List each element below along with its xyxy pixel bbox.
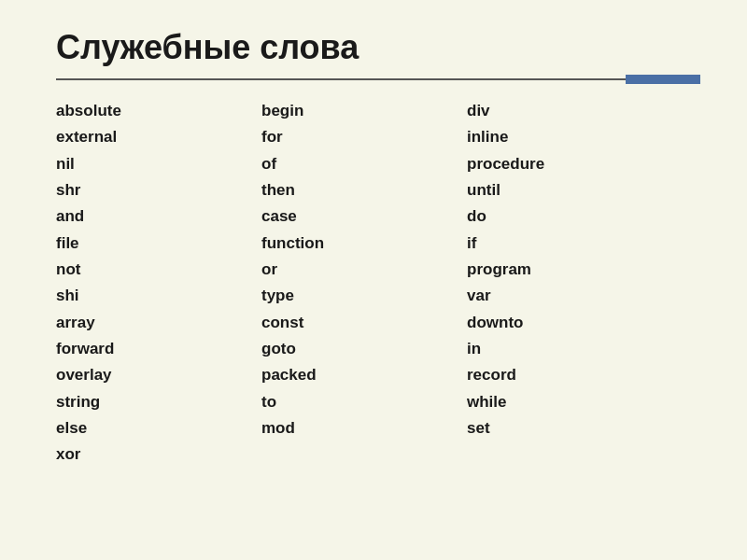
keyword-item: in [467, 337, 672, 361]
keyword-item: of [261, 152, 467, 176]
keyword-item: procedure [467, 152, 672, 176]
keyword-item: and [56, 204, 261, 229]
keywords-column-3: divinlineprocedureuntildoifprogramvardow… [467, 99, 672, 468]
keyword-item: var [467, 284, 672, 308]
keywords-column-2: beginforofthencasefunctionortypeconstgot… [261, 99, 467, 468]
keyword-item: external [56, 125, 261, 149]
keyword-item: not [56, 258, 261, 282]
page: Служебные слова absoluteexternalnilshran… [0, 0, 747, 560]
keyword-item: packed [261, 363, 467, 387]
keyword-item: mod [261, 416, 467, 441]
keyword-item: shi [56, 284, 261, 308]
keyword-item: then [261, 178, 467, 203]
keyword-item: record [467, 363, 672, 387]
keyword-item: div [467, 99, 672, 123]
keyword-item: begin [261, 99, 467, 123]
keyword-item: array [56, 311, 261, 335]
keywords-column-1: absoluteexternalnilshrandfilenotshiarray… [56, 99, 261, 468]
keyword-item: or [261, 258, 467, 282]
keywords-grid: absoluteexternalnilshrandfilenotshiarray… [56, 99, 700, 468]
keyword-item: xor [56, 442, 261, 467]
keyword-item: type [261, 284, 467, 308]
keyword-item: string [56, 390, 261, 414]
keyword-item: else [56, 416, 261, 441]
keyword-item: downto [467, 311, 672, 335]
keyword-item: overlay [56, 363, 261, 387]
accent-bar-decoration [626, 75, 700, 84]
keyword-item: do [467, 204, 672, 229]
page-title: Служебные слова [56, 28, 700, 67]
keyword-item: const [261, 311, 467, 335]
keyword-item: until [467, 178, 672, 203]
keyword-item: case [261, 204, 467, 229]
keyword-item: nil [56, 152, 261, 176]
keyword-item: while [467, 390, 672, 414]
title-divider [56, 78, 700, 80]
keyword-item: inline [467, 125, 672, 149]
keyword-item: function [261, 231, 467, 256]
keyword-item: to [261, 390, 467, 414]
keyword-item: program [467, 258, 672, 282]
keyword-item: shr [56, 178, 261, 203]
keyword-item: goto [261, 337, 467, 361]
keyword-item: file [56, 231, 261, 256]
keyword-item: forward [56, 337, 261, 361]
keyword-item: absolute [56, 99, 261, 123]
keyword-item: set [467, 416, 672, 441]
keyword-item: for [261, 125, 467, 149]
keyword-item: if [467, 231, 672, 256]
